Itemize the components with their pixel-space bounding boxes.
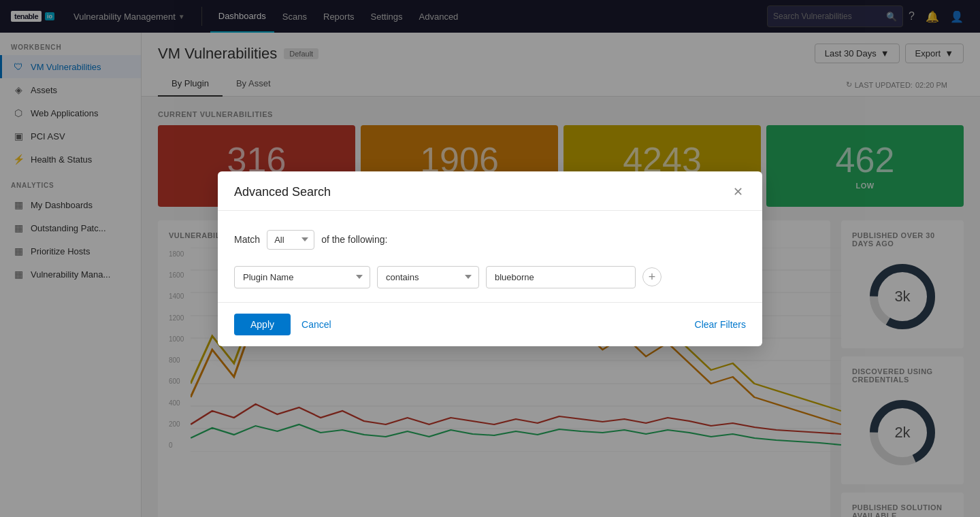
filter-field-select[interactable]: Plugin Name Plugin ID CVE Severity CVSS …	[234, 266, 370, 288]
modal-title: Advanced Search	[234, 185, 331, 199]
match-dropdown[interactable]: All Any	[267, 230, 314, 250]
filter-operator-select[interactable]: contains does not contain is is not star…	[377, 266, 479, 288]
of-following-label: of the following:	[321, 234, 387, 245]
match-row: Match All Any of the following:	[234, 230, 746, 250]
modal-footer: Apply Cancel Clear Filters	[218, 302, 762, 346]
advanced-search-modal: Advanced Search ✕ Match All Any of the f…	[218, 171, 762, 346]
modal-body: Match All Any of the following: Plugin N…	[218, 211, 762, 302]
add-filter-button[interactable]: +	[642, 267, 662, 286]
modal-close-button[interactable]: ✕	[730, 186, 746, 198]
filter-row: Plugin Name Plugin ID CVE Severity CVSS …	[234, 266, 746, 288]
modal-header: Advanced Search ✕	[218, 171, 762, 211]
match-label: Match	[234, 234, 260, 245]
apply-button[interactable]: Apply	[234, 314, 291, 335]
modal-overlay[interactable]: Advanced Search ✕ Match All Any of the f…	[0, 0, 980, 517]
filter-value-input[interactable]	[486, 266, 636, 288]
clear-filters-button[interactable]: Clear Filters	[695, 319, 746, 330]
cancel-button[interactable]: Cancel	[301, 319, 331, 330]
